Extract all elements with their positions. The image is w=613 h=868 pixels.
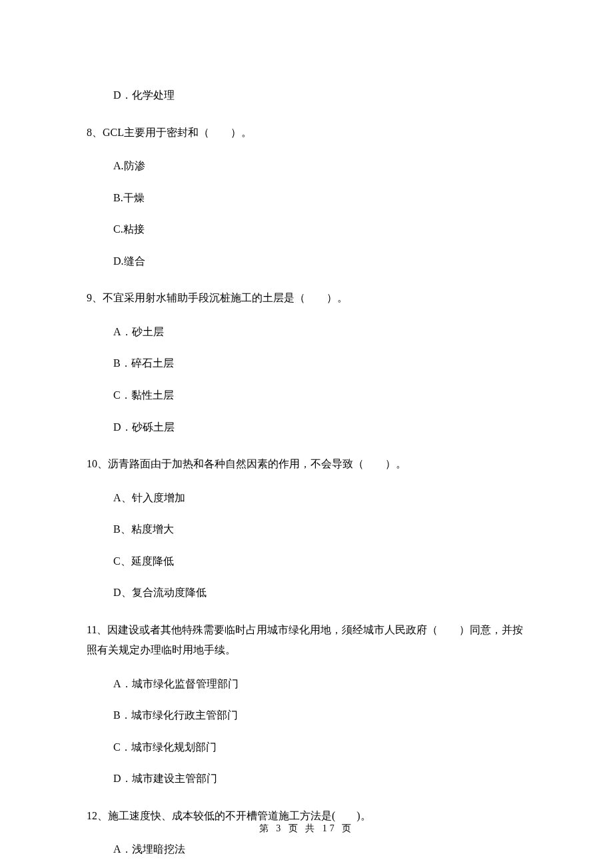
option-text: A．浅埋暗挖法	[113, 841, 526, 858]
question-text: 11、因建设或者其他特殊需要临时占用城市绿化用地，须经城市人民政府（ ）同意，并…	[87, 620, 526, 661]
option-text: C、延度降低	[113, 553, 526, 570]
option-text: A.防渗	[113, 157, 526, 175]
page-content: D．化学处理8、GCL主要用于密封和（ ）。A.防渗B.干燥C.粘接D.缝合9、…	[0, 0, 613, 868]
option-text: B．城市绿化行政主管部门	[113, 707, 526, 724]
option-text: D、复合流动度降低	[113, 584, 526, 601]
option-text: C．城市绿化规划部门	[113, 739, 526, 756]
option-text: C．黏性土层	[113, 387, 526, 404]
question-text: 10、沥青路面由于加热和各种自然因素的作用，不会导致（ ）。	[87, 454, 526, 474]
option-text: D．砂砾土层	[113, 419, 526, 436]
option-text: A．城市绿化监督管理部门	[113, 675, 526, 693]
page-footer: 第 3 页 共 17 页	[0, 823, 613, 835]
option-text: B、粘度增大	[113, 521, 526, 538]
option-text: A．砂土层	[113, 323, 526, 341]
question-text: 8、GCL主要用于密封和（ ）。	[87, 123, 526, 143]
option-text: C.粘接	[113, 221, 526, 238]
question-text: 9、不宜采用射水辅助手段沉桩施工的土层是（ ）。	[87, 288, 526, 308]
option-text: D．化学处理	[113, 87, 526, 104]
option-text: D．城市建设主管部门	[113, 770, 526, 787]
option-text: D.缝合	[113, 253, 526, 270]
option-text: B.干燥	[113, 189, 526, 207]
option-text: B．碎石土层	[113, 355, 526, 372]
option-text: A、针入度增加	[113, 489, 526, 507]
